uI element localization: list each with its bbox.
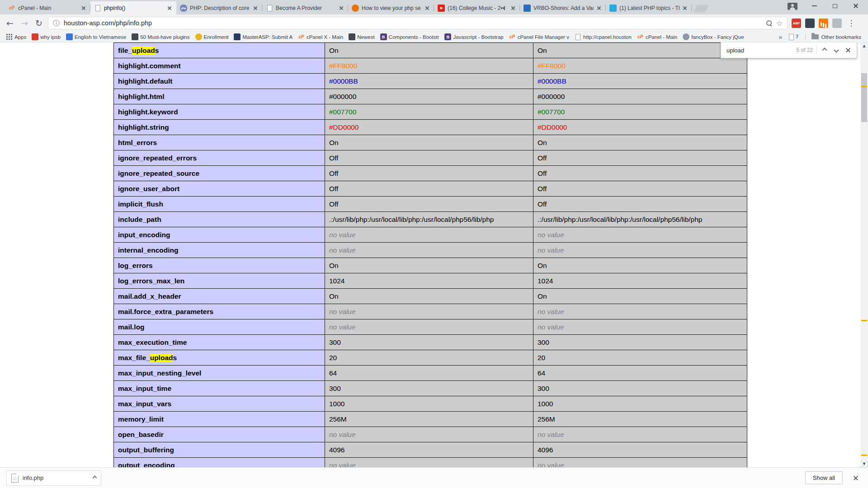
- bookmark-item[interactable]: Apps: [4, 32, 28, 42]
- download-shelf-close-button[interactable]: [850, 472, 862, 484]
- master-value-cell: no value: [533, 319, 747, 335]
- tab-5[interactable]: How to view your php se: [348, 1, 434, 14]
- adblock-plus-icon[interactable]: ABP: [792, 19, 801, 28]
- reload-button[interactable]: ↻: [32, 18, 46, 28]
- php-setting-row: ignore_repeated_sourceOffOff: [113, 166, 747, 181]
- local-value-cell: no value: [325, 458, 533, 467]
- local-value-cell: #000000: [325, 89, 533, 104]
- address-bar[interactable]: ⓘ houston-asp.com/php/info.php ☆: [48, 17, 788, 29]
- new-tab-button[interactable]: [693, 5, 708, 12]
- browser-menu-button[interactable]: ⋮: [845, 19, 857, 28]
- bookmark-label: cPanel - Main: [646, 34, 677, 40]
- tab-close-button[interactable]: [509, 5, 516, 11]
- tab-2[interactable]: phpinfo(): [90, 1, 176, 14]
- directive-name-cell: include_path: [113, 212, 325, 227]
- download-item[interactable]: info.php: [6, 470, 101, 486]
- tab-close-button[interactable]: [252, 5, 259, 11]
- chevron-up-icon[interactable]: [93, 476, 97, 480]
- bookmark-item[interactable]: 50 Must-have plugins: [129, 32, 192, 42]
- profile-button[interactable]: [786, 2, 799, 11]
- tab-close-button[interactable]: [424, 5, 430, 11]
- bookmarks-overflow-button[interactable]: »: [775, 33, 786, 41]
- directive-name-cell: open_basedir: [113, 427, 325, 442]
- bookmark-item[interactable]: Newest: [346, 32, 377, 42]
- tab-close-button[interactable]: [80, 5, 87, 11]
- vertical-scrollbar[interactable]: ▲ ▼: [860, 42, 868, 467]
- php-setting-row: input_encodingno valueno value: [113, 227, 747, 243]
- stats-extension-icon[interactable]: [819, 19, 828, 28]
- php-setting-row: max_execution_time300300: [113, 335, 747, 350]
- tab-close-button[interactable]: [166, 5, 173, 11]
- capture-extension-icon[interactable]: [832, 19, 842, 28]
- bookmark-item[interactable]: Components - Bootstr: [378, 32, 442, 42]
- tab-3[interactable]: PHP: Description of core: [176, 1, 262, 14]
- site-icon-red: [32, 33, 38, 40]
- zoom-indicator-icon[interactable]: [766, 20, 772, 26]
- find-previous-button[interactable]: [819, 44, 830, 56]
- chevron-up-icon: [822, 47, 827, 52]
- local-value-cell: Off: [325, 197, 533, 212]
- master-value-cell: 256M: [533, 412, 747, 427]
- directive-name-cell: html_errors: [113, 135, 325, 150]
- directive-name-cell: ignore_repeated_source: [113, 166, 325, 181]
- bookmark-item[interactable]: why ipsb: [29, 32, 63, 42]
- master-value-cell: Off: [533, 197, 747, 212]
- directive-name-cell: max_input_time: [113, 381, 325, 396]
- window-maximize-button[interactable]: [825, 0, 845, 12]
- tab-close-button[interactable]: [338, 5, 344, 11]
- find-query-text[interactable]: upload: [726, 47, 796, 54]
- directive-name-cell: max_file_uploads: [113, 350, 325, 366]
- bookmark-item[interactable]: Enrollment: [193, 32, 231, 42]
- tab-7[interactable]: VRBO-Shores: Add a Vac: [520, 1, 606, 14]
- window-minimize-button[interactable]: [804, 0, 825, 12]
- show-all-downloads-button[interactable]: Show all: [805, 471, 843, 484]
- master-value-cell: On: [533, 135, 747, 150]
- local-value-cell: 1024: [325, 273, 533, 289]
- bookmark-item[interactable]: fancyBox - Fancy jQue: [680, 32, 746, 42]
- back-button[interactable]: ←: [3, 18, 17, 28]
- scrollbar-down-button[interactable]: ▼: [860, 460, 868, 467]
- scrollbar-thumb[interactable]: [861, 73, 867, 122]
- bookmarks-list: Appswhy ipsbEnglish to Vietnamese50 Must…: [4, 32, 747, 42]
- cpanel-icon: [509, 33, 516, 40]
- bookmark-item[interactable]: cPanel File Manager v: [507, 32, 571, 42]
- tab-1[interactable]: cPanel - Main: [5, 1, 90, 14]
- bookmark-item[interactable]: cPanel X - Main: [296, 32, 345, 42]
- url-text[interactable]: houston-asp.com/php/info.php: [64, 19, 762, 27]
- tab-close-button[interactable]: [595, 5, 602, 11]
- tab-title: cPanel - Main: [18, 5, 78, 11]
- scrollbar-up-button[interactable]: ▲: [860, 42, 868, 49]
- tabs-container: cPanel - Mainphpinfo()PHP: Description o…: [5, 1, 692, 14]
- php-setting-row: output_encodingno valueno value: [113, 458, 747, 467]
- tab-close-button[interactable]: [681, 5, 688, 11]
- window-close-button[interactable]: [845, 0, 866, 12]
- directive-name-cell: output_buffering: [113, 442, 325, 458]
- page-info-icon[interactable]: ⓘ: [53, 19, 60, 28]
- php-setting-row: highlight.html#000000#000000: [113, 89, 747, 104]
- tab-strip: cPanel - Mainphpinfo()PHP: Description o…: [0, 0, 868, 14]
- maximize-icon: [833, 4, 837, 8]
- forward-button[interactable]: →: [17, 18, 32, 28]
- tab-6[interactable]: (16) College Music - 2: [434, 1, 520, 14]
- bookmark-item[interactable]: MasterASP: Submit A: [231, 32, 295, 42]
- person-icon: [788, 3, 797, 10]
- bookmark-item[interactable]: cPanel - Main: [635, 32, 679, 42]
- master-value-cell: Off: [533, 150, 747, 166]
- find-next-button[interactable]: [830, 44, 842, 56]
- directive-name-cell: max_execution_time: [113, 335, 325, 350]
- directive-name-cell: file_uploads: [113, 43, 325, 58]
- php-setting-row: highlight.string#DD0000#DD0000: [113, 120, 747, 135]
- other-bookmarks-button[interactable]: Other bookmarks: [809, 32, 863, 42]
- master-value-cell: On: [533, 43, 747, 58]
- find-close-button[interactable]: [842, 44, 854, 56]
- pinned-bookmark[interactable]: 7: [786, 32, 801, 42]
- dark-extension-icon[interactable]: [805, 19, 815, 28]
- bookmark-item[interactable]: Javascript - Bootstrap: [442, 32, 505, 42]
- bookmark-star-icon[interactable]: ☆: [776, 19, 783, 28]
- tab-4[interactable]: Become A Provider: [262, 1, 348, 14]
- tab-title: PHP: Description of core: [190, 5, 250, 11]
- bookmark-item[interactable]: http://cpanel.houston: [572, 32, 634, 42]
- tab-8[interactable]: (1) Latest PHP topics - Th: [606, 1, 692, 14]
- local-value-cell: 20: [325, 350, 533, 366]
- bookmark-item[interactable]: English to Vietnamese: [64, 32, 128, 42]
